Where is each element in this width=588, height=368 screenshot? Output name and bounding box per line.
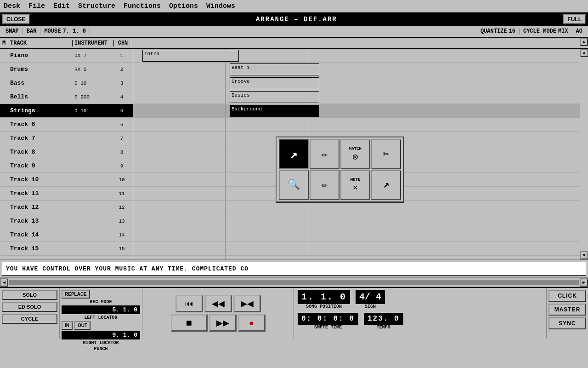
title-bar: CLOSE ARRANGE – DEF.ARR FULL <box>0 13 588 26</box>
arrow-icon: ↗ <box>383 178 389 191</box>
arrange-row[interactable]: Intro <box>133 49 580 63</box>
cycle-mode-label: CYCLE MODE <box>523 28 556 34</box>
tool-button-3[interactable]: ✂ <box>371 139 401 169</box>
scroll-up-button-2[interactable]: ▲ <box>580 49 588 57</box>
rewind-button[interactable]: ⏮ <box>175 295 203 312</box>
transport-left: SOLO ED SOLO CYCLE <box>0 288 60 339</box>
track-row[interactable]: Bass D 10 3 <box>0 76 133 90</box>
track-row[interactable]: Piano DX 7 1 <box>0 49 133 63</box>
arrange-block[interactable]: Intro <box>142 50 239 62</box>
match-icon: ◎ <box>353 151 358 161</box>
close-button[interactable]: CLOSE <box>2 14 30 24</box>
replace-button[interactable]: REPLACE <box>62 290 90 299</box>
menu-options[interactable]: Options <box>169 2 198 10</box>
track-row[interactable]: Track 15 15 <box>0 242 133 256</box>
mute-label: MUTE <box>351 178 361 182</box>
scroll-left-button[interactable]: ◀ <box>0 278 8 287</box>
scroll-down-button[interactable]: ▼ <box>580 251 588 259</box>
arrange-row[interactable]: Basics <box>133 90 580 104</box>
tool-button-1[interactable]: ✏ <box>310 139 339 169</box>
track-name: Track 11 <box>8 190 73 197</box>
track-instrument: D 10 <box>73 80 113 86</box>
menu-structure[interactable]: Structure <box>78 2 115 10</box>
col-header-m: M <box>0 40 8 46</box>
arrange-row[interactable] <box>133 242 580 256</box>
play-button[interactable]: ▶◀ <box>233 295 261 312</box>
track-name: Track 14 <box>8 231 73 238</box>
track-row[interactable]: Track 12 12 <box>0 201 133 214</box>
quantize-value: 16 <box>509 28 515 34</box>
track-row[interactable]: Track 9 9 <box>0 159 133 173</box>
ticker-tape: YOU HAVE CONTROL OVER YOUR MUSIC AT ANY … <box>2 262 586 276</box>
col-header-chn: CHN <box>114 40 132 46</box>
record-button[interactable]: ● <box>238 314 266 332</box>
snap-label: SNAP <box>6 28 19 34</box>
arrange-row[interactable]: Beat 1 <box>133 63 580 76</box>
track-row[interactable]: Track 13 13 <box>0 214 133 228</box>
pencil-icon: ✏ <box>322 148 328 161</box>
track-row[interactable]: Track 10 10 <box>0 173 133 187</box>
track-row[interactable]: Track 6 6 <box>0 118 133 132</box>
solo-button[interactable]: SOLO <box>2 290 57 300</box>
track-row[interactable]: Track 11 11 <box>0 187 133 201</box>
arrange-block[interactable]: Groove <box>230 77 319 89</box>
tool-button-6[interactable]: MUTE✕ <box>340 170 370 200</box>
ed-solo-button[interactable]: ED SOLO <box>2 302 57 312</box>
scroll-up-button[interactable]: ▲ <box>580 38 588 46</box>
master-button[interactable]: MASTER <box>548 304 586 316</box>
track-row[interactable]: Track 14 14 <box>0 228 133 242</box>
menu-edit[interactable]: Edit <box>53 2 70 10</box>
track-channel: 2 <box>113 67 130 72</box>
out-button[interactable]: OUT <box>74 321 90 330</box>
rec-mode-label: REC MODE <box>62 299 140 305</box>
arrange-row[interactable]: Groove <box>133 76 580 90</box>
track-channel: 8 <box>113 150 130 155</box>
tool-button-7[interactable]: ↗ <box>371 170 401 200</box>
full-button[interactable]: FULL <box>563 14 586 24</box>
cycle-button[interactable]: CYCLE <box>2 314 57 324</box>
track-row[interactable]: Track 7 7 <box>0 132 133 145</box>
track-channel: 13 <box>113 218 130 224</box>
stop-button[interactable]: ■ <box>171 314 208 332</box>
zoom-icon: 🔍 <box>288 178 300 191</box>
arrange-row[interactable] <box>133 228 580 242</box>
tool-button-2[interactable]: MATCH◎ <box>340 139 370 169</box>
arrange-row[interactable] <box>133 214 580 228</box>
track-name: Bells <box>8 93 73 100</box>
track-row[interactable]: Drums RX 5 2 <box>0 63 133 76</box>
click-button[interactable]: CLICK <box>548 290 586 302</box>
track-row[interactable]: Bells S 900 4 <box>0 90 133 104</box>
track-channel: 7 <box>113 136 130 141</box>
arrange-block[interactable]: Background <box>230 105 319 117</box>
arrange-block[interactable]: Basics <box>230 91 319 103</box>
track-name: Drums <box>8 66 73 73</box>
left-locator-value: 5. 1. 0 <box>62 305 140 314</box>
arrange-row[interactable]: Background <box>133 104 580 118</box>
arrange-row[interactable] <box>133 256 580 259</box>
arrange-row[interactable] <box>133 118 580 132</box>
transport-play: ⏮ ◀◀ ▶◀ ■ ▶▶ ● <box>142 288 294 339</box>
forward-button[interactable]: ▶▶ <box>209 314 237 332</box>
match-label: MATCH <box>349 147 362 151</box>
tool-button-4[interactable]: 🔍 <box>279 170 309 200</box>
track-instrument: S 900 <box>73 94 113 100</box>
menu-file[interactable]: File <box>28 2 45 10</box>
scroll-track-h[interactable] <box>9 280 579 285</box>
menu-windows[interactable]: Windows <box>206 2 235 10</box>
track-instrument: RX 5 <box>73 67 113 72</box>
scroll-right-button[interactable]: ▶ <box>580 278 588 287</box>
menu-desk[interactable]: Desk <box>4 2 20 10</box>
in-button[interactable]: IN <box>62 321 73 330</box>
track-row[interactable]: Track 8 8 <box>0 145 133 159</box>
tool-button-0[interactable]: ↖ <box>279 139 309 169</box>
menu-functions[interactable]: Functions <box>124 2 161 10</box>
tool-button-5[interactable]: ✏ <box>310 170 339 200</box>
arrange-block[interactable]: Beat 1 <box>230 63 319 75</box>
track-row[interactable]: Track 16 16 <box>0 256 133 259</box>
track-channel: 5 <box>113 108 130 114</box>
track-row[interactable]: Strings D 10 5 <box>0 104 133 118</box>
pencil2-icon: ✏ <box>322 178 328 191</box>
left-locator-label: LEFT LOCATOR <box>62 315 140 320</box>
sync-button[interactable]: SYNC <box>548 317 586 329</box>
back-button[interactable]: ◀◀ <box>204 295 232 312</box>
